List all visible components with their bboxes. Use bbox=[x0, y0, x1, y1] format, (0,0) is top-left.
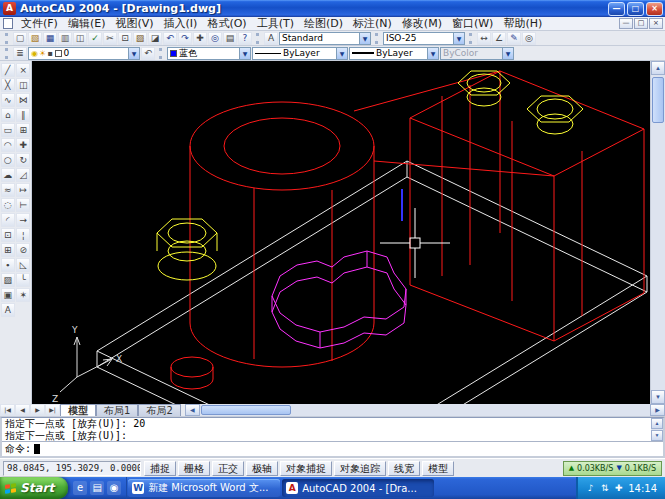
quicklaunch-ie-icon[interactable]: e bbox=[73, 481, 87, 495]
tray-safety-icon[interactable]: ✚ bbox=[613, 483, 624, 493]
region-icon[interactable]: ▣ bbox=[1, 288, 15, 302]
move-icon[interactable]: ✚ bbox=[16, 138, 30, 152]
snap-toggle[interactable]: 捕捉 bbox=[144, 461, 176, 476]
otrack-toggle[interactable]: 对象追踪 bbox=[334, 461, 386, 476]
drawing-area[interactable]: Y X Z bbox=[32, 61, 650, 404]
explode-icon[interactable]: ✶ bbox=[16, 288, 30, 302]
new-file-icon[interactable]: ▢ bbox=[13, 32, 27, 45]
toolbar-grip[interactable] bbox=[256, 33, 260, 44]
match-properties-icon[interactable]: ◪ bbox=[148, 32, 162, 45]
help-icon[interactable]: ? bbox=[238, 32, 252, 45]
horizontal-scroll-track[interactable] bbox=[200, 404, 650, 416]
trim-icon[interactable]: ⊢ bbox=[16, 198, 30, 212]
break-icon[interactable]: ⊘ bbox=[16, 243, 30, 257]
edit-text-icon[interactable]: ✎ bbox=[507, 32, 521, 45]
tab-scroll-prev-button[interactable]: ◀ bbox=[15, 404, 30, 416]
vertical-scroll-track[interactable] bbox=[651, 75, 665, 390]
chevron-down-icon[interactable]: ▼ bbox=[359, 33, 370, 44]
menu-modify[interactable]: 修改(M) bbox=[397, 17, 447, 30]
taskbar-task-word[interactable]: W 新建 Microsoft Word 文... bbox=[128, 479, 280, 497]
menu-window[interactable]: 窗口(W) bbox=[447, 17, 498, 30]
minimize-button[interactable]: — bbox=[608, 2, 625, 16]
child-restore-button[interactable]: □ bbox=[634, 18, 648, 29]
redo-icon[interactable]: ↷ bbox=[178, 32, 192, 45]
scroll-right-icon[interactable]: ▶ bbox=[650, 404, 665, 416]
ellipse-icon[interactable]: ◌ bbox=[1, 198, 15, 212]
layer-dropdown[interactable]: ◉☀▪ 0 ▼ bbox=[28, 47, 140, 60]
ellipse-arc-icon[interactable]: ◜ bbox=[1, 213, 15, 227]
lineweight-dropdown[interactable]: ByLayer ▼ bbox=[349, 47, 439, 60]
dim-angular-icon[interactable]: ∠ bbox=[492, 32, 506, 45]
plot-preview-icon[interactable]: ◫ bbox=[73, 32, 87, 45]
zoom-window-icon[interactable]: ◎ bbox=[522, 32, 536, 45]
quicklaunch-media-player-icon[interactable]: ◉ bbox=[107, 481, 121, 495]
toolbar-grip[interactable] bbox=[5, 48, 9, 59]
point-icon[interactable]: ∙ bbox=[1, 258, 15, 272]
child-minimize-button[interactable]: — bbox=[619, 18, 633, 29]
copy-icon[interactable]: ⊡ bbox=[118, 32, 132, 45]
polygon-icon[interactable]: ⌂ bbox=[1, 108, 15, 122]
menu-format[interactable]: 格式(O) bbox=[202, 17, 251, 30]
polar-toggle[interactable]: 极轴 bbox=[246, 461, 278, 476]
model-space-toggle[interactable]: 模型 bbox=[422, 461, 454, 476]
dim-linear-icon[interactable]: ↔ bbox=[477, 32, 491, 45]
menu-view[interactable]: 视图(V) bbox=[110, 17, 158, 30]
child-close-button[interactable]: × bbox=[649, 18, 663, 29]
text-style-dropdown[interactable]: Standard ▼ bbox=[279, 32, 371, 45]
ortho-toggle[interactable]: 正交 bbox=[212, 461, 244, 476]
scroll-down-icon[interactable]: ▼ bbox=[651, 390, 665, 404]
grid-toggle[interactable]: 栅格 bbox=[178, 461, 210, 476]
polyline-icon[interactable]: ∿ bbox=[1, 93, 15, 107]
tray-network-icon[interactable]: ⇅ bbox=[599, 483, 610, 493]
scale-icon[interactable]: ◿ bbox=[16, 168, 30, 182]
rectangle-icon[interactable]: ▭ bbox=[1, 123, 15, 137]
line-icon[interactable]: ╱ bbox=[1, 63, 15, 77]
osnap-toggle[interactable]: 对象捕捉 bbox=[280, 461, 332, 476]
menu-edit[interactable]: 编辑(E) bbox=[63, 17, 111, 30]
cut-icon[interactable]: ✂ bbox=[103, 32, 117, 45]
save-icon[interactable]: ▦ bbox=[43, 32, 57, 45]
circle-icon[interactable]: ○ bbox=[1, 153, 15, 167]
command-scrollbar[interactable]: ▲ ▼ bbox=[651, 418, 663, 441]
insert-block-icon[interactable]: ⊡ bbox=[1, 228, 15, 242]
tab-model[interactable]: 模型 bbox=[60, 404, 96, 416]
chevron-down-icon[interactable]: ▼ bbox=[453, 33, 464, 44]
tray-volume-icon[interactable]: ♪ bbox=[585, 483, 596, 493]
layer-manager-icon[interactable]: ≣ bbox=[13, 47, 27, 60]
horizontal-scroll-thumb[interactable] bbox=[201, 405, 291, 415]
layer-previous-icon[interactable]: ↶ bbox=[141, 47, 155, 60]
chevron-down-icon[interactable]: ▼ bbox=[427, 48, 438, 59]
array-icon[interactable]: ⊞ bbox=[16, 123, 30, 137]
arc-icon[interactable]: ◠ bbox=[1, 138, 15, 152]
linetype-dropdown[interactable]: ByLayer ▼ bbox=[252, 47, 348, 60]
chamfer-icon[interactable]: ◺ bbox=[16, 258, 30, 272]
menu-help[interactable]: 帮助(H) bbox=[498, 17, 547, 30]
tab-scroll-first-button[interactable]: |◀ bbox=[0, 404, 15, 416]
toolbar-grip[interactable] bbox=[469, 33, 473, 44]
quicklaunch-show-desktop-icon[interactable]: ▤ bbox=[90, 481, 104, 495]
tab-scroll-last-button[interactable]: ▶| bbox=[45, 404, 60, 416]
chevron-down-icon[interactable]: ▼ bbox=[128, 48, 139, 59]
hatch-icon[interactable]: ▨ bbox=[1, 273, 15, 287]
vertical-scroll-thumb[interactable] bbox=[652, 77, 664, 123]
chevron-down-icon[interactable]: ▼ bbox=[336, 48, 347, 59]
scroll-down-icon[interactable]: ▼ bbox=[651, 430, 663, 441]
copy-object-icon[interactable]: ◫ bbox=[16, 78, 30, 92]
make-block-icon[interactable]: ⊞ bbox=[1, 243, 15, 257]
menu-draw[interactable]: 绘图(D) bbox=[299, 17, 348, 30]
multiline-text-icon[interactable]: A bbox=[1, 303, 15, 317]
taskbar-task-autocad[interactable]: A AutoCAD 2004 - [Dra... bbox=[282, 479, 434, 497]
break-at-point-icon[interactable]: ¦ bbox=[16, 228, 30, 242]
menu-file[interactable]: 文件(F) bbox=[16, 17, 63, 30]
lineweight-toggle[interactable]: 线宽 bbox=[388, 461, 420, 476]
command-history[interactable]: 指定下一点或 [放弃(U)]: 20 指定下一点或 [放弃(U)]: ▲ ▼ bbox=[2, 418, 663, 442]
construction-line-icon[interactable]: ╳ bbox=[1, 78, 15, 92]
toolbar-grip[interactable] bbox=[159, 48, 163, 59]
maximize-button[interactable]: □ bbox=[627, 2, 644, 16]
tab-layout1[interactable]: 布局1 bbox=[96, 404, 138, 416]
text-style-manager-icon[interactable]: A bbox=[264, 32, 278, 45]
scroll-up-icon[interactable]: ▲ bbox=[651, 418, 663, 429]
zoom-realtime-icon[interactable]: ◎ bbox=[208, 32, 222, 45]
paste-icon[interactable]: ▨ bbox=[133, 32, 147, 45]
undo-icon[interactable]: ↶ bbox=[163, 32, 177, 45]
